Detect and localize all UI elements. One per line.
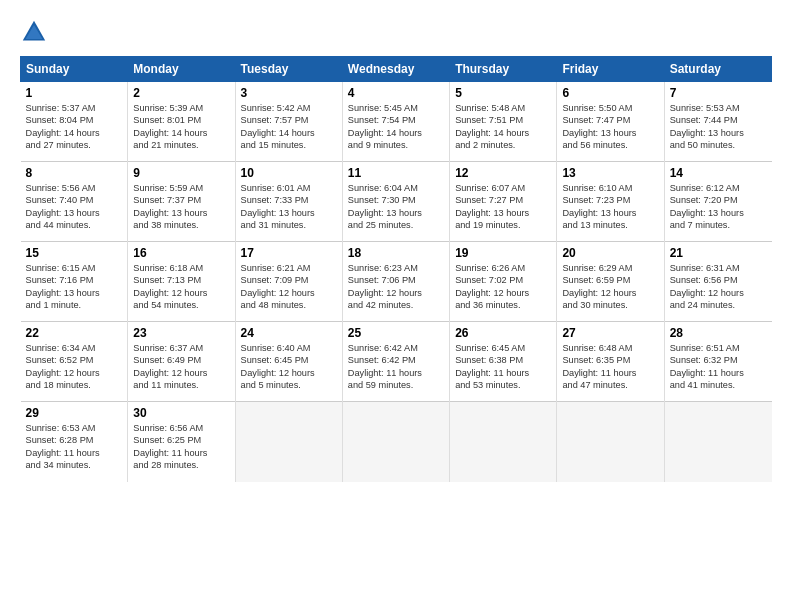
day-info: Sunrise: 6:31 AM Sunset: 6:56 PM Dayligh…: [670, 262, 767, 312]
calendar-cell: 13Sunrise: 6:10 AM Sunset: 7:23 PM Dayli…: [557, 162, 664, 242]
week-row-1: 1Sunrise: 5:37 AM Sunset: 8:04 PM Daylig…: [21, 82, 772, 162]
day-info: Sunrise: 6:21 AM Sunset: 7:09 PM Dayligh…: [241, 262, 337, 312]
day-number: 5: [455, 86, 551, 100]
day-number: 14: [670, 166, 767, 180]
calendar-cell: 25Sunrise: 6:42 AM Sunset: 6:42 PM Dayli…: [342, 322, 449, 402]
calendar-cell: 17Sunrise: 6:21 AM Sunset: 7:09 PM Dayli…: [235, 242, 342, 322]
day-info: Sunrise: 6:53 AM Sunset: 6:28 PM Dayligh…: [26, 422, 123, 472]
day-number: 6: [562, 86, 658, 100]
calendar-cell: 3Sunrise: 5:42 AM Sunset: 7:57 PM Daylig…: [235, 82, 342, 162]
calendar-cell: 23Sunrise: 6:37 AM Sunset: 6:49 PM Dayli…: [128, 322, 235, 402]
day-number: 24: [241, 326, 337, 340]
calendar-cell: [235, 402, 342, 482]
day-number: 25: [348, 326, 444, 340]
calendar-cell: 11Sunrise: 6:04 AM Sunset: 7:30 PM Dayli…: [342, 162, 449, 242]
day-number: 15: [26, 246, 123, 260]
week-row-4: 22Sunrise: 6:34 AM Sunset: 6:52 PM Dayli…: [21, 322, 772, 402]
day-number: 16: [133, 246, 229, 260]
day-number: 9: [133, 166, 229, 180]
day-number: 21: [670, 246, 767, 260]
day-info: Sunrise: 6:45 AM Sunset: 6:38 PM Dayligh…: [455, 342, 551, 392]
day-number: 2: [133, 86, 229, 100]
header-saturday: Saturday: [664, 57, 771, 82]
day-number: 30: [133, 406, 229, 420]
calendar-cell: 1Sunrise: 5:37 AM Sunset: 8:04 PM Daylig…: [21, 82, 128, 162]
calendar-cell: 6Sunrise: 5:50 AM Sunset: 7:47 PM Daylig…: [557, 82, 664, 162]
day-number: 22: [26, 326, 123, 340]
day-number: 23: [133, 326, 229, 340]
calendar-cell: [342, 402, 449, 482]
day-info: Sunrise: 6:40 AM Sunset: 6:45 PM Dayligh…: [241, 342, 337, 392]
header: [20, 18, 772, 46]
day-number: 29: [26, 406, 123, 420]
header-monday: Monday: [128, 57, 235, 82]
header-tuesday: Tuesday: [235, 57, 342, 82]
calendar-cell: 29Sunrise: 6:53 AM Sunset: 6:28 PM Dayli…: [21, 402, 128, 482]
day-number: 3: [241, 86, 337, 100]
calendar-cell: 19Sunrise: 6:26 AM Sunset: 7:02 PM Dayli…: [450, 242, 557, 322]
day-info: Sunrise: 6:10 AM Sunset: 7:23 PM Dayligh…: [562, 182, 658, 232]
day-info: Sunrise: 5:53 AM Sunset: 7:44 PM Dayligh…: [670, 102, 767, 152]
day-info: Sunrise: 5:45 AM Sunset: 7:54 PM Dayligh…: [348, 102, 444, 152]
calendar-table: SundayMondayTuesdayWednesdayThursdayFrid…: [20, 56, 772, 482]
day-number: 10: [241, 166, 337, 180]
calendar-cell: 21Sunrise: 6:31 AM Sunset: 6:56 PM Dayli…: [664, 242, 771, 322]
header-sunday: Sunday: [21, 57, 128, 82]
day-number: 8: [26, 166, 123, 180]
day-info: Sunrise: 6:29 AM Sunset: 6:59 PM Dayligh…: [562, 262, 658, 312]
week-row-5: 29Sunrise: 6:53 AM Sunset: 6:28 PM Dayli…: [21, 402, 772, 482]
calendar-cell: 20Sunrise: 6:29 AM Sunset: 6:59 PM Dayli…: [557, 242, 664, 322]
day-number: 13: [562, 166, 658, 180]
day-info: Sunrise: 5:42 AM Sunset: 7:57 PM Dayligh…: [241, 102, 337, 152]
day-number: 17: [241, 246, 337, 260]
day-number: 11: [348, 166, 444, 180]
calendar-cell: 27Sunrise: 6:48 AM Sunset: 6:35 PM Dayli…: [557, 322, 664, 402]
day-info: Sunrise: 6:56 AM Sunset: 6:25 PM Dayligh…: [133, 422, 229, 472]
calendar-cell: [450, 402, 557, 482]
day-info: Sunrise: 6:26 AM Sunset: 7:02 PM Dayligh…: [455, 262, 551, 312]
calendar-cell: 9Sunrise: 5:59 AM Sunset: 7:37 PM Daylig…: [128, 162, 235, 242]
calendar-cell: 30Sunrise: 6:56 AM Sunset: 6:25 PM Dayli…: [128, 402, 235, 482]
calendar-cell: 2Sunrise: 5:39 AM Sunset: 8:01 PM Daylig…: [128, 82, 235, 162]
day-number: 18: [348, 246, 444, 260]
day-info: Sunrise: 5:37 AM Sunset: 8:04 PM Dayligh…: [26, 102, 123, 152]
day-info: Sunrise: 5:59 AM Sunset: 7:37 PM Dayligh…: [133, 182, 229, 232]
day-info: Sunrise: 6:34 AM Sunset: 6:52 PM Dayligh…: [26, 342, 123, 392]
day-number: 27: [562, 326, 658, 340]
calendar-cell: 22Sunrise: 6:34 AM Sunset: 6:52 PM Dayli…: [21, 322, 128, 402]
calendar-cell: 7Sunrise: 5:53 AM Sunset: 7:44 PM Daylig…: [664, 82, 771, 162]
day-info: Sunrise: 5:48 AM Sunset: 7:51 PM Dayligh…: [455, 102, 551, 152]
calendar-cell: 16Sunrise: 6:18 AM Sunset: 7:13 PM Dayli…: [128, 242, 235, 322]
calendar-cell: 4Sunrise: 5:45 AM Sunset: 7:54 PM Daylig…: [342, 82, 449, 162]
day-number: 26: [455, 326, 551, 340]
page: SundayMondayTuesdayWednesdayThursdayFrid…: [0, 0, 792, 492]
day-info: Sunrise: 6:15 AM Sunset: 7:16 PM Dayligh…: [26, 262, 123, 312]
calendar-cell: 8Sunrise: 5:56 AM Sunset: 7:40 PM Daylig…: [21, 162, 128, 242]
header-wednesday: Wednesday: [342, 57, 449, 82]
day-number: 4: [348, 86, 444, 100]
calendar-cell: 12Sunrise: 6:07 AM Sunset: 7:27 PM Dayli…: [450, 162, 557, 242]
calendar-cell: 10Sunrise: 6:01 AM Sunset: 7:33 PM Dayli…: [235, 162, 342, 242]
week-row-3: 15Sunrise: 6:15 AM Sunset: 7:16 PM Dayli…: [21, 242, 772, 322]
day-info: Sunrise: 6:23 AM Sunset: 7:06 PM Dayligh…: [348, 262, 444, 312]
day-info: Sunrise: 5:39 AM Sunset: 8:01 PM Dayligh…: [133, 102, 229, 152]
calendar-cell: 5Sunrise: 5:48 AM Sunset: 7:51 PM Daylig…: [450, 82, 557, 162]
day-number: 7: [670, 86, 767, 100]
calendar-cell: 26Sunrise: 6:45 AM Sunset: 6:38 PM Dayli…: [450, 322, 557, 402]
day-info: Sunrise: 6:04 AM Sunset: 7:30 PM Dayligh…: [348, 182, 444, 232]
header-friday: Friday: [557, 57, 664, 82]
calendar-cell: [557, 402, 664, 482]
calendar-cell: 14Sunrise: 6:12 AM Sunset: 7:20 PM Dayli…: [664, 162, 771, 242]
day-info: Sunrise: 6:42 AM Sunset: 6:42 PM Dayligh…: [348, 342, 444, 392]
day-info: Sunrise: 5:50 AM Sunset: 7:47 PM Dayligh…: [562, 102, 658, 152]
day-number: 28: [670, 326, 767, 340]
day-info: Sunrise: 6:01 AM Sunset: 7:33 PM Dayligh…: [241, 182, 337, 232]
calendar-cell: 28Sunrise: 6:51 AM Sunset: 6:32 PM Dayli…: [664, 322, 771, 402]
day-info: Sunrise: 6:07 AM Sunset: 7:27 PM Dayligh…: [455, 182, 551, 232]
header-row: SundayMondayTuesdayWednesdayThursdayFrid…: [21, 57, 772, 82]
calendar-cell: 15Sunrise: 6:15 AM Sunset: 7:16 PM Dayli…: [21, 242, 128, 322]
week-row-2: 8Sunrise: 5:56 AM Sunset: 7:40 PM Daylig…: [21, 162, 772, 242]
calendar-cell: 24Sunrise: 6:40 AM Sunset: 6:45 PM Dayli…: [235, 322, 342, 402]
calendar-cell: 18Sunrise: 6:23 AM Sunset: 7:06 PM Dayli…: [342, 242, 449, 322]
calendar-cell: [664, 402, 771, 482]
